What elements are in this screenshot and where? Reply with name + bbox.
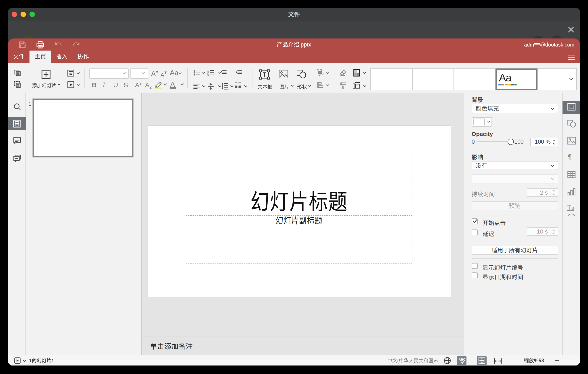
svg-text:3: 3	[207, 74, 209, 76]
